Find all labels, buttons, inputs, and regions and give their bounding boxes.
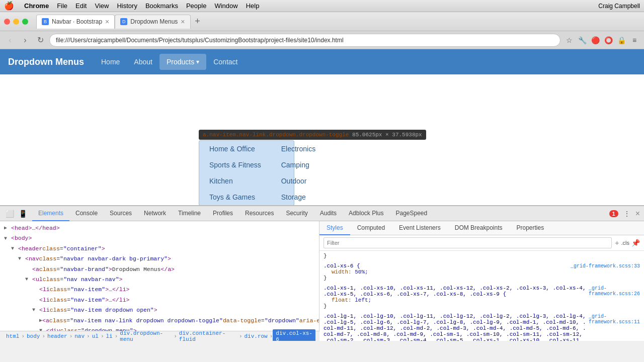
- tab-close-2[interactable]: ×: [181, 18, 185, 25]
- navbar-brand[interactable]: Dropdown Menus: [8, 57, 84, 67]
- styles-tab-computed[interactable]: Computed: [350, 221, 392, 235]
- people-menu[interactable]: People: [182, 2, 210, 10]
- styles-tab-event-listeners[interactable]: Event Listeners: [392, 221, 448, 235]
- tab-favicon-1: B: [42, 18, 49, 25]
- dom-line-li2[interactable]: ▶<li class="nav-item">…</li>: [0, 295, 319, 305]
- styles-tab-dom-breakpoints[interactable]: DOM Breakpoints: [448, 221, 510, 235]
- pin-icon[interactable]: 📌: [631, 239, 640, 247]
- chrome-menu[interactable]: Chrome: [20, 2, 53, 10]
- tab-close-1[interactable]: ×: [105, 18, 109, 25]
- dom-line-brand[interactable]: ▶<a class="navbar-brand">Dropdown Menus<…: [0, 264, 319, 275]
- breadcrumb-li[interactable]: li: [104, 333, 114, 339]
- tab-resources[interactable]: Resources: [239, 206, 280, 221]
- dropdown-item-toys[interactable]: Toys & Games: [199, 189, 271, 205]
- dom-line-a-toggle[interactable]: ▶<a class="nav-item nav-link dropdown dr…: [0, 316, 319, 326]
- file-menu[interactable]: File: [53, 2, 71, 10]
- dom-line-head[interactable]: ▶<head>…</head>: [0, 223, 319, 233]
- star-icon[interactable]: ☆: [564, 35, 575, 46]
- breadcrumb-container-fluid[interactable]: div.container-fluid: [177, 330, 239, 341]
- dropdown-item-electronics[interactable]: Electronics: [271, 141, 326, 157]
- dropdown-item-kitchen[interactable]: Kitchen: [199, 173, 271, 189]
- extension-icon-1[interactable]: 🔴: [590, 35, 601, 46]
- tab-dropdown-menus[interactable]: D Dropdown Menus ×: [115, 15, 190, 29]
- breadcrumb-ul[interactable]: ul: [90, 333, 101, 339]
- history-menu[interactable]: History: [113, 2, 141, 10]
- css-rule-selector-line-2: .col-xs-1, .col-xs-10, .col-xs-11, .col-…: [324, 285, 640, 297]
- tab-elements[interactable]: Elements: [32, 206, 69, 221]
- breadcrumb-html[interactable]: html: [4, 333, 21, 339]
- breadcrumb-col-xs-6[interactable]: div.col-xs-6: [273, 329, 315, 341]
- tab-title-2: Dropdown Menus: [130, 18, 178, 25]
- add-style-icon[interactable]: +: [615, 239, 619, 247]
- dom-line-body[interactable]: ▼<body>: [0, 233, 319, 243]
- dom-line-ul[interactable]: ▼<ul class="nav navbar-nav">: [0, 275, 319, 285]
- tooltip-dims: 85.0625px × 37.5938px: [352, 132, 422, 138]
- styles-tab-properties[interactable]: Properties: [509, 221, 551, 235]
- dom-line-nav[interactable]: ▼<nav class="navbar navbar-dark bg-prima…: [0, 254, 319, 264]
- maximize-button[interactable]: [22, 19, 28, 25]
- dropdown-item-camping[interactable]: Camping: [271, 157, 326, 173]
- dom-line-li1[interactable]: ▶<li class="nav-item">…</li>: [0, 285, 319, 295]
- devtools-body: ▶<head>…</head> ▼<body> ▼<header class="…: [0, 221, 644, 341]
- nav-products[interactable]: Products: [159, 54, 206, 70]
- styles-filter: + .cls 📌: [319, 235, 644, 251]
- styles-filter-input[interactable]: [324, 237, 612, 248]
- back-button[interactable]: ‹: [4, 34, 16, 46]
- breadcrumb-header[interactable]: header: [45, 333, 69, 339]
- dom-tree[interactable]: ▶<head>…</head> ▼<body> ▼<header class="…: [0, 221, 319, 331]
- css-source-3[interactable]: _grid-framework.scss:11: [589, 314, 640, 325]
- css-selector-col-lg-many: .col-lg-1, .col-lg-10, .col-lg-11, .col-…: [324, 313, 589, 341]
- nav-about[interactable]: About: [127, 54, 159, 70]
- dom-line-li-dropdown[interactable]: ▼<li class="nav-item dropdown open">: [0, 305, 319, 315]
- view-menu[interactable]: View: [91, 2, 113, 10]
- cls-icon[interactable]: .cls: [621, 240, 630, 246]
- error-badge: 1: [609, 210, 618, 217]
- css-source-2[interactable]: _grid-framework.scss:26: [589, 286, 640, 297]
- edit-menu[interactable]: Edit: [71, 2, 91, 10]
- bookmarks-menu[interactable]: Bookmarks: [141, 2, 182, 10]
- menu-icon[interactable]: ≡: [629, 35, 640, 46]
- css-rule-col-xs-many: .col-xs-1, .col-xs-10, .col-xs-11, .col-…: [324, 285, 640, 309]
- dropdown-item-storage[interactable]: Storage: [271, 189, 326, 205]
- breadcrumb-row[interactable]: div.row: [243, 333, 270, 339]
- tab-security[interactable]: Security: [280, 206, 313, 221]
- inspect-icon[interactable]: ⬜: [4, 208, 15, 219]
- apple-logo[interactable]: 🍎: [4, 1, 14, 11]
- extension-icon-2[interactable]: ⭕: [603, 35, 614, 46]
- tab-profiles[interactable]: Profiles: [207, 206, 239, 221]
- dropdown-item-home-office[interactable]: Home & Office: [199, 141, 271, 157]
- breadcrumb-dropdown-menu[interactable]: div.dropdown-menu: [118, 330, 174, 341]
- tab-network[interactable]: Network: [138, 206, 172, 221]
- tab-navbar-bootstrap[interactable]: B Navbar · Bootstrap ×: [36, 15, 115, 29]
- extension-icon-3[interactable]: 🔒: [616, 35, 627, 46]
- window-menu[interactable]: Window: [210, 2, 242, 10]
- nav-home[interactable]: Home: [94, 54, 127, 70]
- styles-tab-styles[interactable]: Styles: [319, 221, 350, 235]
- css-rule-col-xs-6: .col-xs-6 { _grid-framework.scss:33 widt…: [324, 263, 640, 281]
- dropdown-item-outdoor[interactable]: Outdoor: [271, 173, 326, 189]
- devtools-icon[interactable]: 🔧: [577, 35, 588, 46]
- help-menu[interactable]: Help: [242, 2, 264, 10]
- tooltip-selector: a.nav-item.nav-link.dropdown.dropdown-to…: [203, 132, 349, 138]
- tab-adblock[interactable]: Adblock Plus: [343, 206, 389, 221]
- reload-button[interactable]: ↻: [34, 34, 46, 46]
- devtools-settings-icon[interactable]: ⋮: [621, 208, 632, 219]
- dropdown-item-sports[interactable]: Sports & Fitness: [199, 157, 271, 173]
- tab-console[interactable]: Console: [69, 206, 104, 221]
- device-icon[interactable]: 📱: [17, 208, 28, 219]
- new-tab-button[interactable]: +: [191, 15, 205, 29]
- tab-audits[interactable]: Audits: [314, 206, 343, 221]
- minimize-button[interactable]: [13, 19, 19, 25]
- dom-line-header[interactable]: ▼<header class="container">: [0, 244, 319, 254]
- close-button[interactable]: [4, 19, 10, 25]
- tab-timeline[interactable]: Timeline: [172, 206, 207, 221]
- forward-button[interactable]: ›: [19, 34, 31, 46]
- devtools-close-button[interactable]: ×: [635, 209, 640, 218]
- tab-sources[interactable]: Sources: [104, 206, 138, 221]
- tab-pagespeed[interactable]: PageSpeed: [389, 206, 433, 221]
- breadcrumb-nav[interactable]: nav: [72, 333, 87, 339]
- breadcrumb-body[interactable]: body: [25, 333, 42, 339]
- address-bar[interactable]: [49, 34, 560, 47]
- nav-contact[interactable]: Contact: [206, 54, 245, 70]
- css-source-1[interactable]: _grid-framework.scss:33: [571, 263, 640, 269]
